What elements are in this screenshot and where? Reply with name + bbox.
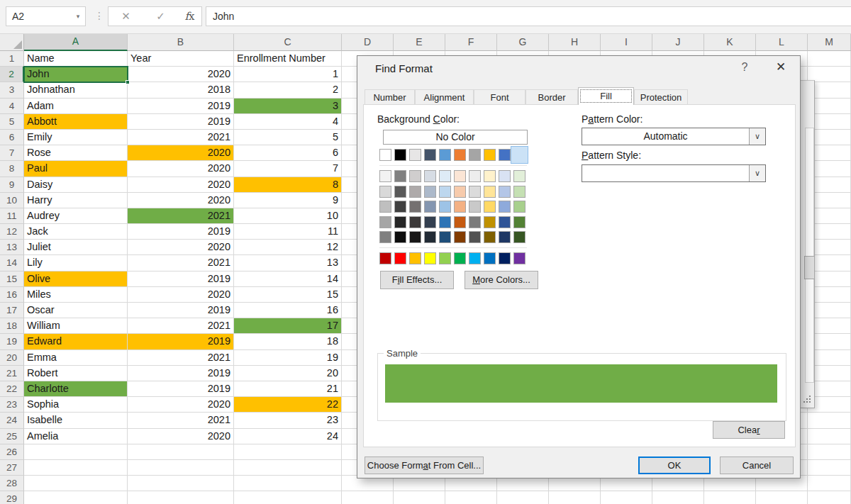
- row-header-22[interactable]: 22: [0, 381, 24, 397]
- color-swatch-333f4f[interactable]: [424, 216, 436, 228]
- color-swatch-deebf6[interactable]: [439, 170, 451, 182]
- pattern-style-select[interactable]: ∨: [582, 164, 766, 182]
- column-header-F[interactable]: F: [445, 34, 497, 51]
- color-swatch-7f6000[interactable]: [484, 231, 496, 243]
- cell-B22[interactable]: 2019: [128, 381, 234, 397]
- color-swatch-f7cbac[interactable]: [454, 186, 466, 198]
- color-swatch-3b3838[interactable]: [409, 216, 421, 228]
- color-swatch-525252[interactable]: [469, 231, 481, 243]
- cell-A19[interactable]: Edward: [24, 334, 128, 349]
- cell-B20[interactable]: 2021: [128, 350, 234, 366]
- color-swatch-833c00[interactable]: [454, 231, 466, 243]
- column-header-K[interactable]: K: [704, 34, 756, 51]
- tab-protection[interactable]: Protection: [634, 89, 688, 105]
- cell-M26[interactable]: [808, 444, 851, 460]
- color-swatch-8eaadb[interactable]: [499, 201, 511, 213]
- color-swatch-ffc000[interactable]: [409, 252, 421, 264]
- cell-B5[interactable]: 2019: [128, 114, 234, 130]
- row-header-2[interactable]: 2: [0, 67, 24, 82]
- fill-effects-button[interactable]: Fill Effects...: [380, 271, 454, 289]
- row-header-23[interactable]: 23: [0, 397, 24, 413]
- cell-A27[interactable]: [24, 460, 128, 476]
- cell-A29[interactable]: [24, 491, 128, 504]
- resize-grip-icon[interactable]: [803, 396, 811, 403]
- cell-B12[interactable]: 2019: [128, 224, 234, 240]
- cancel-button[interactable]: Cancel: [720, 457, 794, 474]
- formula-bar-splitter-icon[interactable]: ⋮: [94, 10, 104, 21]
- cell-C17[interactable]: 16: [234, 303, 342, 318]
- cell-B9[interactable]: 2020: [128, 177, 234, 193]
- column-header-E[interactable]: E: [394, 34, 445, 51]
- cell-A21[interactable]: Robert: [24, 366, 128, 381]
- color-swatch-70ad47[interactable]: [513, 149, 525, 161]
- formula-input[interactable]: John: [206, 6, 851, 26]
- color-swatch-acb9ca[interactable]: [424, 186, 436, 198]
- color-swatch-808080[interactable]: [379, 231, 391, 243]
- cell-A24[interactable]: Isabelle: [24, 413, 128, 428]
- column-header-M[interactable]: M: [808, 34, 851, 51]
- cell-L29[interactable]: [756, 491, 808, 504]
- cell-M28[interactable]: [808, 476, 851, 491]
- color-swatch-9dc3e6[interactable]: [439, 201, 451, 213]
- cell-B18[interactable]: 2021: [128, 318, 234, 334]
- cell-A11[interactable]: Audrey: [24, 208, 128, 224]
- color-swatch-a5a5a5[interactable]: [469, 149, 481, 161]
- color-swatch-757171[interactable]: [409, 201, 421, 213]
- color-swatch-ffc000[interactable]: [484, 149, 496, 161]
- choose-format-from-cell-button[interactable]: Choose Format From Cell...: [365, 457, 484, 474]
- cell-B28[interactable]: [128, 476, 234, 491]
- cell-M24[interactable]: [808, 413, 851, 428]
- color-swatch-bf9000[interactable]: [484, 216, 496, 228]
- cell-C25[interactable]: 24: [234, 429, 342, 444]
- row-header-1[interactable]: 1: [0, 51, 24, 67]
- cell-C24[interactable]: 23: [234, 413, 342, 428]
- row-header-21[interactable]: 21: [0, 366, 24, 381]
- color-swatch-ff0000[interactable]: [394, 252, 406, 264]
- cell-B17[interactable]: 2019: [128, 303, 234, 318]
- row-header-12[interactable]: 12: [0, 224, 24, 240]
- row-header-9[interactable]: 9: [0, 177, 24, 193]
- cell-C29[interactable]: [234, 491, 342, 504]
- cell-C8[interactable]: 7: [234, 161, 342, 177]
- row-header-11[interactable]: 11: [0, 208, 24, 224]
- color-swatch-7b7b7b[interactable]: [469, 216, 481, 228]
- row-header-4[interactable]: 4: [0, 99, 24, 114]
- cell-C1[interactable]: Enrollment Number: [234, 51, 342, 67]
- cell-B4[interactable]: 2019: [128, 99, 234, 114]
- row-header-25[interactable]: 25: [0, 429, 24, 444]
- cell-B29[interactable]: [128, 491, 234, 504]
- row-header-13[interactable]: 13: [0, 240, 24, 255]
- color-swatch-bfbfbf[interactable]: [379, 201, 391, 213]
- cell-A18[interactable]: William: [24, 318, 128, 334]
- color-swatch-d0cece[interactable]: [409, 170, 421, 182]
- cell-M25[interactable]: [808, 429, 851, 444]
- color-swatch-ed7d31[interactable]: [454, 149, 466, 161]
- cell-B11[interactable]: 2021: [128, 208, 234, 224]
- color-swatch-404040[interactable]: [394, 201, 406, 213]
- column-header-G[interactable]: G: [497, 34, 549, 51]
- row-header-8[interactable]: 8: [0, 161, 24, 177]
- cell-C27[interactable]: [234, 460, 342, 476]
- cell-A1[interactable]: Name: [24, 51, 128, 67]
- cell-A2[interactable]: John: [24, 67, 128, 82]
- color-swatch-aeaaaa[interactable]: [409, 186, 421, 198]
- color-swatch-f4b183[interactable]: [454, 201, 466, 213]
- cell-B16[interactable]: 2020: [128, 287, 234, 303]
- cell-C23[interactable]: 22: [234, 397, 342, 413]
- color-swatch-92d050[interactable]: [439, 252, 451, 264]
- cell-A10[interactable]: Harry: [24, 193, 128, 208]
- color-swatch-595959[interactable]: [394, 186, 406, 198]
- cell-B19[interactable]: 2019: [128, 334, 234, 349]
- cell-C10[interactable]: 9: [234, 193, 342, 208]
- color-swatch-ededed[interactable]: [469, 170, 481, 182]
- cell-M1[interactable]: [808, 51, 851, 67]
- color-swatch-dbdbdb[interactable]: [469, 186, 481, 198]
- cell-C15[interactable]: 14: [234, 271, 342, 287]
- cell-C3[interactable]: 2: [234, 82, 342, 98]
- cancel-entry-icon[interactable]: ✕: [115, 10, 136, 23]
- color-swatch-a8d08d[interactable]: [513, 201, 525, 213]
- cell-A25[interactable]: Amelia: [24, 429, 128, 444]
- color-swatch-ffd965[interactable]: [484, 201, 496, 213]
- clear-button[interactable]: Clear: [713, 421, 785, 439]
- color-swatch-c55a11[interactable]: [454, 216, 466, 228]
